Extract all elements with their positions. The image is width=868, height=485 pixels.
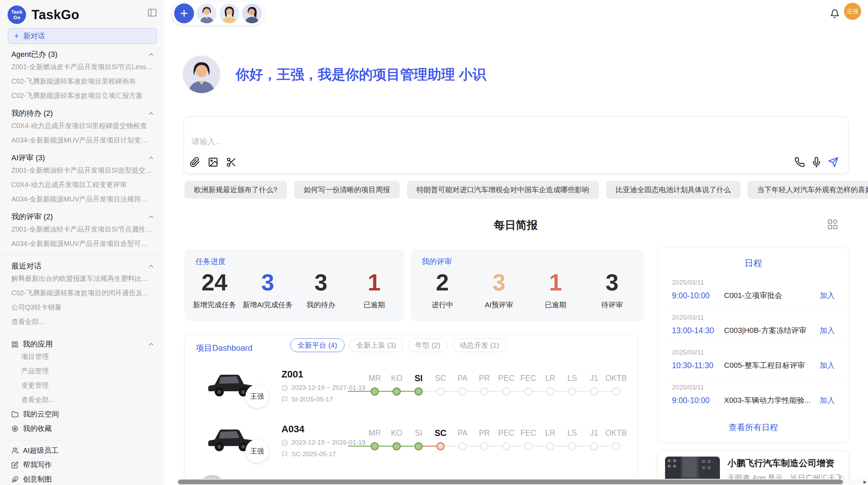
sidebar-item-cloud-space[interactable]: 我的云空间 bbox=[0, 407, 164, 421]
sidebar-item[interactable]: C02-飞腾新能源轻客改款项目立项汇报方案 bbox=[0, 88, 164, 103]
image-icon[interactable] bbox=[208, 157, 218, 167]
stat-label: 新增完成任务 bbox=[188, 300, 241, 310]
apps-view-all[interactable]: 查看全部... bbox=[0, 393, 164, 407]
add-agent-button[interactable] bbox=[174, 3, 194, 23]
horizontal-scrollbar[interactable]: ▶ bbox=[177, 479, 868, 485]
tab-powertrain[interactable]: 动总开发 (1) bbox=[453, 338, 507, 352]
sidebar-item-creative-drawing[interactable]: 创意制图 bbox=[0, 472, 164, 485]
recent-chat-item[interactable]: 解释最新出台的欧盟报废车法规再生塑料比例被调至15%... bbox=[0, 271, 164, 286]
greeting-text: 你好，王强，我是你的项目管理助理 小识 bbox=[236, 65, 486, 84]
section-header-my-todo[interactable]: 我的待办 (2) bbox=[0, 108, 164, 119]
stat-value: 3 bbox=[471, 270, 527, 295]
section-header-my-review[interactable]: 我的评审 (2) bbox=[0, 212, 164, 222]
section-header-recent-chats[interactable]: 最近对话 bbox=[0, 261, 164, 271]
chevron-up-icon bbox=[148, 154, 155, 161]
section-title: Agent已办 (3) bbox=[11, 49, 58, 60]
suggestion-chips: 欧洲新规最近颁布了什么? 如何写一份清晰的项目周报 特朗普可能对进口汽车增税会对… bbox=[184, 181, 868, 199]
milestone-dot bbox=[436, 442, 445, 450]
app-item-change-mgmt[interactable]: 变更管理 bbox=[0, 378, 164, 393]
tab-model-year[interactable]: 年型 (2) bbox=[408, 338, 448, 352]
divider bbox=[0, 440, 164, 440]
phone-icon[interactable] bbox=[794, 157, 805, 167]
send-icon[interactable] bbox=[828, 157, 839, 167]
section-header-ai-review[interactable]: AI评审 (3) bbox=[0, 153, 164, 163]
app-item-project-mgmt[interactable]: 项目管理 bbox=[0, 349, 164, 364]
app-item-product-mgmt[interactable]: 产品管理 bbox=[0, 364, 164, 378]
schedule-item: 2025/03/11 9:00-10:00X003-车辆动力学性能验...加入 bbox=[658, 379, 848, 414]
sidebar-item[interactable]: Z001-全新燃油轻卡产品开发项目SI造型提交物评审 bbox=[0, 163, 164, 177]
avatar[interactable] bbox=[219, 3, 239, 23]
attachment-icon[interactable] bbox=[190, 157, 200, 167]
recent-chat-item[interactable]: C02-飞腾新能源轻客改款项目的闭环通告反馈情况 bbox=[0, 286, 164, 300]
milestone-dot bbox=[502, 442, 510, 450]
recent-view-all[interactable]: 查看全部... bbox=[0, 314, 164, 329]
layout-grid-icon[interactable] bbox=[827, 219, 839, 230]
sidebar-collapse-icon[interactable] bbox=[147, 8, 158, 18]
project-row[interactable]: 王强 Z001 2023-12-19 ~ 2027-01-19 SI-2025-… bbox=[185, 363, 637, 418]
sidebar-item[interactable]: Z001-全新燃油轻卡产品开发项目SI节点属性5D文件评审 bbox=[0, 222, 164, 236]
chat-input[interactable] bbox=[191, 137, 672, 147]
scrollbar-right-arrow[interactable]: ▶ bbox=[864, 480, 867, 484]
suggestion-chip[interactable]: 欧洲新规最近颁布了什么? bbox=[184, 181, 287, 199]
sidebar-item[interactable]: A034-全新新能源MUV产品开发项目法规符合性评审 bbox=[0, 192, 164, 206]
section-header-agent-done[interactable]: Agent已办 (3) bbox=[0, 49, 164, 60]
news-title: 小鹏飞行汽车制造公司增资 bbox=[727, 457, 834, 469]
edit-icon bbox=[11, 461, 19, 469]
sidebar-item-favorites[interactable]: 我的收藏 bbox=[0, 421, 164, 436]
join-link[interactable]: 加入 bbox=[820, 290, 835, 301]
milestone-dot bbox=[546, 387, 554, 396]
card-title: 任务进度 bbox=[188, 257, 401, 267]
logo-text-top: Task bbox=[11, 9, 22, 15]
milestone-dot bbox=[393, 442, 401, 450]
schedule-list: 2025/03/11 9:00-10:00C001-立项审批会加入 2025/0… bbox=[658, 274, 848, 414]
microphone-icon[interactable] bbox=[811, 157, 822, 167]
suggestion-chip[interactable]: 如何写一份清晰的项目周报 bbox=[294, 181, 400, 199]
avatar[interactable] bbox=[197, 3, 217, 23]
favorites-label: 我的收藏 bbox=[23, 424, 52, 433]
schedule-item: 2025/03/11 10:30-11:30C005-整车工程目标评审加入 bbox=[658, 344, 848, 379]
section-title: 我的评审 (2) bbox=[11, 212, 53, 222]
sidebar-item[interactable]: A034-全新新能源MUV产品开发项目造型可行性评审 bbox=[0, 236, 164, 251]
stat-value: 3 bbox=[584, 270, 640, 295]
suggestion-chip[interactable]: 比亚迪全固态电池计划具体说了什么 bbox=[606, 181, 740, 199]
task-progress-card: 任务进度 24新增完成任务 3新增AI完成任务 3我的待办 1已逾期 bbox=[184, 249, 404, 321]
join-link[interactable]: 加入 bbox=[820, 395, 835, 406]
new-chat-button[interactable]: 新对话 bbox=[8, 28, 157, 44]
project-code: A034 bbox=[281, 424, 304, 435]
sidebar-item[interactable]: A034-全新新能源MUV产品开发项目计划变更表编写 bbox=[0, 133, 164, 147]
sidebar-item[interactable]: C02-飞腾新能源轻客改款项目里程碑画布 bbox=[0, 74, 164, 88]
sidebar-item[interactable]: C0X4-动力总成开发项目工程变更评审 bbox=[0, 177, 164, 192]
project-owner-badge: 王强 bbox=[245, 439, 269, 463]
recent-chat-item[interactable]: 公司Q3轻卡销量 bbox=[0, 300, 164, 314]
milestone: OKTB bbox=[605, 373, 627, 401]
notification-bell-icon[interactable] bbox=[830, 9, 840, 18]
sidebar-item[interactable]: C0X4-动力总成开发项目SI里程碑提交物检查 bbox=[0, 119, 164, 133]
sidebar: Task Go TaskGo 新对话 Agent已办 (3) Z001-全新燃油… bbox=[0, 0, 164, 485]
chevron-up-icon bbox=[148, 341, 155, 348]
join-link[interactable]: 加入 bbox=[820, 325, 835, 336]
tab-new-body[interactable]: 全新上装 (3) bbox=[349, 338, 403, 352]
main-area: 王强 你好，王强，我是你的项目管理助理 小识 欧洲新规最近颁布了什么? 如何写一… bbox=[164, 0, 868, 485]
star-medal-icon bbox=[11, 425, 19, 432]
divider bbox=[0, 255, 164, 256]
suggestion-chip[interactable]: 特朗普可能对进口汽车增税会对中国车企造成哪些影响 bbox=[407, 181, 599, 199]
section-title: AI评审 (3) bbox=[11, 153, 45, 163]
join-link[interactable]: 加入 bbox=[820, 360, 835, 371]
schedule-date: 2025/03/11 bbox=[672, 314, 835, 321]
view-all-schedule-link[interactable]: 查看所有日程 bbox=[658, 422, 848, 433]
project-flag-text: SI-2025-05-17 bbox=[291, 396, 333, 403]
stat-value: 3 bbox=[241, 270, 294, 295]
milestone-dot bbox=[524, 387, 532, 396]
sidebar-item-help-me-write[interactable]: 帮我写作 bbox=[0, 458, 164, 472]
scrollbar-thumb[interactable] bbox=[178, 480, 843, 484]
tab-new-platform[interactable]: 全新平台 (4) bbox=[290, 338, 345, 352]
project-row[interactable]: 王强 A034 2023-12-19 ~ 2026-01-19 SC-2025-… bbox=[185, 418, 637, 473]
avatar[interactable] bbox=[242, 3, 262, 23]
schedule-item: 2025/03/11 13:00-14:30C003|H0B-方案冻结评审加入 bbox=[658, 309, 848, 344]
sidebar-item-ai-super-staff[interactable]: AI超级员工 bbox=[0, 443, 164, 458]
sidebar-item[interactable]: Z001-全新燃油皮卡产品开发项目SI节点Lesson Learn报告 bbox=[0, 60, 164, 74]
section-header-my-apps[interactable]: 我的应用 bbox=[0, 339, 164, 349]
suggestion-chip[interactable]: 当下年轻人对汽车外观有怎样的喜好趋势 bbox=[748, 181, 868, 199]
scissors-icon[interactable] bbox=[226, 157, 237, 167]
user-avatar-badge[interactable]: 王强 bbox=[844, 3, 861, 20]
